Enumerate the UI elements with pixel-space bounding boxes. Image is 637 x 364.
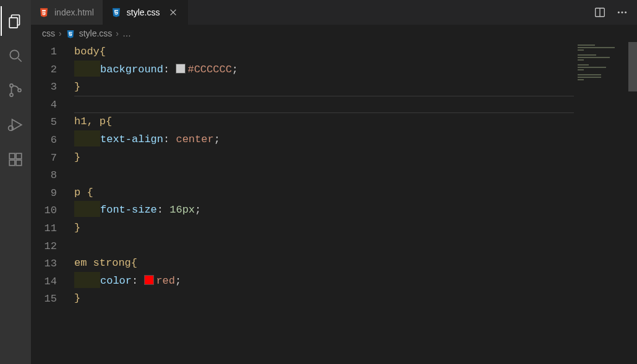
svg-point-6 <box>18 89 21 92</box>
code-line[interactable] <box>74 166 574 184</box>
line-number: 2 <box>31 61 57 79</box>
line-number: 11 <box>31 220 57 238</box>
more-icon[interactable] <box>613 4 631 21</box>
code-line[interactable]: em strong{ <box>74 255 574 273</box>
svg-point-4 <box>10 84 13 87</box>
html5-icon <box>38 7 49 18</box>
line-number: 8 <box>31 167 57 185</box>
line-number: 5 <box>31 114 57 132</box>
editor-area: 123456789101112131415 body{background: #… <box>31 42 637 364</box>
line-number: 9 <box>31 185 57 203</box>
svg-rect-12 <box>16 153 22 159</box>
code-line[interactable] <box>74 237 574 255</box>
line-number: 6 <box>31 132 57 150</box>
svg-point-17 <box>618 11 620 13</box>
breadcrumb-segment[interactable]: … <box>122 28 131 38</box>
activity-source-control[interactable] <box>1 75 30 105</box>
chevron-right-icon: › <box>59 28 62 38</box>
svg-point-19 <box>625 11 626 13</box>
color-swatch[interactable] <box>144 275 154 285</box>
breadcrumb-segment[interactable]: css <box>42 28 55 38</box>
split-editor-icon[interactable] <box>591 4 609 21</box>
activity-bar <box>0 0 31 364</box>
vertical-scrollbar[interactable] <box>628 42 637 364</box>
svg-rect-11 <box>16 160 22 166</box>
line-number: 10 <box>31 202 57 220</box>
line-number: 7 <box>31 150 57 167</box>
code-line[interactable]: text-align: center; <box>74 131 574 149</box>
code-line[interactable]: } <box>74 219 574 237</box>
activity-run-debug[interactable] <box>1 110 30 140</box>
tab-style-css[interactable]: style.css <box>103 0 188 25</box>
breadcrumb[interactable]: css › style.css › … <box>31 25 637 42</box>
code-line[interactable]: color: red; <box>74 273 574 290</box>
code-line[interactable]: } <box>74 78 574 96</box>
line-number: 13 <box>31 255 57 273</box>
tab-index-html[interactable]: index.html <box>31 0 103 25</box>
editor-group: index.html style.css css › style. <box>31 0 637 364</box>
line-number-gutter: 123456789101112131415 <box>31 42 74 364</box>
code-line[interactable]: } <box>74 290 574 308</box>
svg-rect-9 <box>9 153 15 159</box>
line-number: 14 <box>31 273 57 291</box>
breadcrumb-segment[interactable]: style.css <box>79 28 113 38</box>
svg-line-3 <box>18 58 21 61</box>
code-line[interactable]: h1, p{ <box>74 113 574 131</box>
line-number: 12 <box>31 238 57 256</box>
svg-rect-10 <box>9 160 15 166</box>
chevron-right-icon: › <box>116 28 119 38</box>
color-swatch[interactable] <box>176 64 186 74</box>
line-number: 3 <box>31 78 57 96</box>
activity-search[interactable] <box>1 41 30 70</box>
code-line[interactable]: p { <box>74 184 574 202</box>
line-number: 1 <box>31 43 57 61</box>
code-content[interactable]: body{background: #CCCCCC;} h1, p{text-al… <box>74 42 574 364</box>
scrollbar-thumb[interactable] <box>628 42 637 91</box>
svg-point-18 <box>621 11 623 13</box>
code-line[interactable]: background: #CCCCCC; <box>74 61 574 79</box>
svg-point-2 <box>10 50 19 59</box>
code-line[interactable]: } <box>74 149 574 167</box>
activity-extensions[interactable] <box>1 145 30 174</box>
code-line[interactable]: font-size: 16px; <box>74 201 574 219</box>
title-actions <box>591 0 637 25</box>
close-icon[interactable] <box>168 7 179 18</box>
code-line[interactable]: body{ <box>74 43 574 61</box>
tabs-row: index.html style.css <box>31 0 637 25</box>
tab-label: index.html <box>54 7 94 17</box>
line-number: 15 <box>31 290 57 308</box>
css3-icon <box>111 7 122 18</box>
activity-explorer[interactable] <box>1 6 30 36</box>
code-line[interactable] <box>74 96 574 114</box>
svg-rect-1 <box>9 18 17 28</box>
tab-label: style.css <box>127 7 160 17</box>
line-number: 4 <box>31 96 57 114</box>
code-editor[interactable]: 123456789101112131415 body{background: #… <box>31 42 637 364</box>
css3-icon <box>66 28 75 38</box>
minimap[interactable] <box>574 42 628 364</box>
svg-point-5 <box>10 93 13 96</box>
